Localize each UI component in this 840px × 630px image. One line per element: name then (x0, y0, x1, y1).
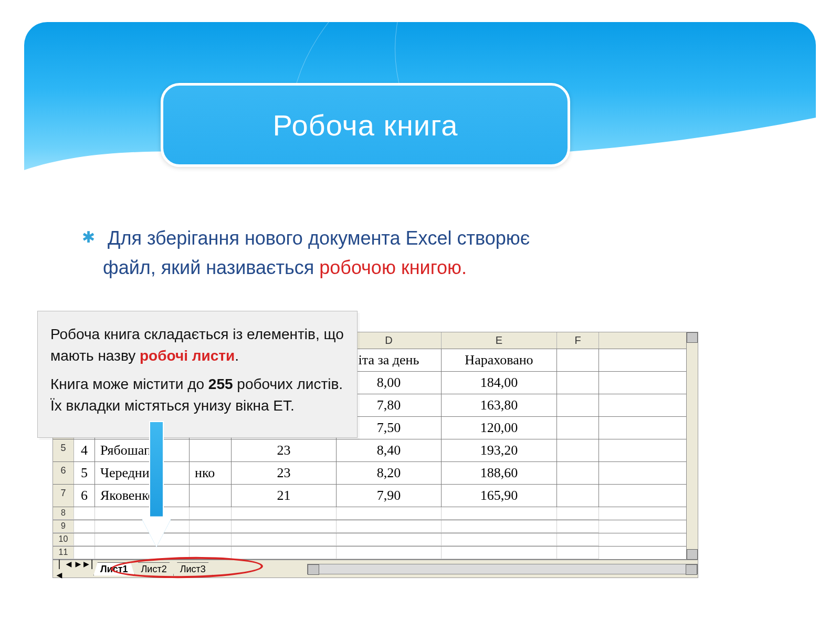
col-h-f: F (557, 332, 599, 349)
body-line2-red: робочою книгою. (319, 257, 467, 278)
arrow-head-icon (142, 519, 171, 547)
scroll-down-icon[interactable] (687, 549, 698, 560)
body-line1: Для зберігання нового документа Excel ст… (108, 227, 530, 249)
callout-p1: Робоча книга складається із елементів, щ… (50, 324, 344, 366)
body-line2-pre: файл, який називається (103, 257, 319, 278)
pointer-arrow (142, 421, 171, 552)
col-h-e: E (442, 332, 557, 349)
sheet-tab-3[interactable]: Лист3 (173, 562, 213, 576)
nav-first-icon[interactable]: |◀ (55, 558, 64, 580)
scroll-up-icon[interactable] (687, 332, 698, 343)
nav-next-icon[interactable]: ▶ (74, 558, 82, 580)
title-pill: Робоча книга (161, 83, 570, 167)
bullet-icon: ✱ (82, 228, 95, 246)
nav-last-icon[interactable]: ▶| (83, 558, 92, 580)
horizontal-scrollbar[interactable] (307, 564, 698, 574)
sheet-tab-1[interactable]: Лист1 (93, 562, 135, 576)
arrow-shaft (149, 421, 164, 521)
page-title: Робоча книга (273, 108, 458, 142)
callout-p2: Книга може містити до 255 робочих листів… (50, 374, 344, 416)
callout-box: Робоча книга складається із елементів, щ… (37, 311, 358, 438)
tab-nav-buttons[interactable]: |◀ ◀ ▶ ▶| (53, 558, 94, 580)
sheet-tab-bar: |◀ ◀ ▶ ▶| Лист1 Лист2 Лист3 (53, 560, 698, 578)
vertical-scrollbar[interactable] (686, 332, 698, 560)
sheet-tab-2[interactable]: Лист2 (134, 562, 174, 576)
slide: Робоча книга ✱ Для зберігання нового док… (24, 22, 816, 608)
body-paragraph: ✱ Для зберігання нового документа Excel … (82, 224, 769, 282)
nav-prev-icon[interactable]: ◀ (65, 558, 73, 580)
